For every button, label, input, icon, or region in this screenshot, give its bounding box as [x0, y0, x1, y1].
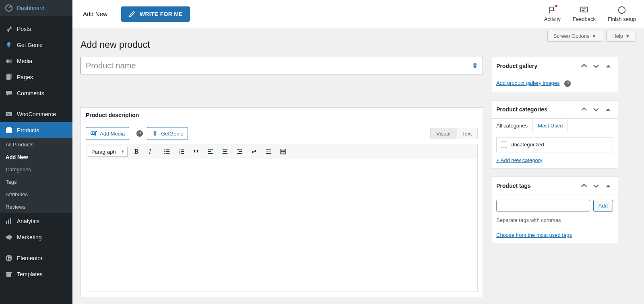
sidebar-item-pages[interactable]: Pages [0, 69, 72, 85]
submenu-tags[interactable]: Tags [0, 176, 72, 188]
help-icon[interactable]: ? [136, 130, 143, 137]
toggle-toolbar-button[interactable] [277, 146, 289, 157]
main-area: Add New WRITE FOR ME Activity Feedback [72, 0, 644, 304]
svg-point-23 [154, 131, 157, 134]
svg-rect-4 [8, 74, 12, 79]
svg-rect-33 [181, 151, 184, 152]
product-categories-box: Product categories All categories Most U… [491, 100, 618, 168]
move-up-icon[interactable] [579, 181, 589, 191]
genie-title-icon[interactable] [471, 62, 479, 70]
write-for-me-button[interactable]: WRITE FOR ME [121, 6, 190, 22]
top-action-label: Activity [544, 16, 561, 22]
move-down-icon[interactable] [591, 61, 601, 71]
italic-button[interactable]: I [146, 146, 159, 157]
submenu-add-new[interactable]: Add New [0, 151, 72, 163]
move-down-icon[interactable] [591, 105, 601, 114]
svg-point-24 [164, 149, 165, 150]
insert-more-button[interactable] [262, 146, 275, 157]
sidebar-item-getgenie[interactable]: Get Genie [0, 37, 72, 53]
products-submenu: All Products Add New Categories Tags Att… [0, 138, 72, 213]
sidebar-item-label: Comments [17, 90, 44, 97]
move-down-icon[interactable] [591, 181, 601, 191]
notification-dot [555, 5, 557, 7]
editor-tab-visual[interactable]: Visual [430, 128, 456, 139]
svg-rect-18 [581, 7, 588, 12]
svg-point-19 [619, 7, 625, 14]
svg-rect-36 [208, 150, 213, 150]
svg-rect-53 [283, 151, 285, 152]
add-gallery-images-link[interactable]: Add product gallery images [496, 80, 560, 86]
sidebar-item-products[interactable]: Products [0, 122, 72, 138]
main-column: Product description Add Media ? GetGenie [80, 57, 483, 297]
choose-most-used-tags-link[interactable]: Choose from the most used tags [496, 232, 572, 238]
numbered-list-button[interactable]: 123 [175, 146, 188, 157]
sidebar-item-label: Elementor [17, 255, 43, 261]
sidebar-item-analytics[interactable]: Analytics [0, 213, 72, 229]
svg-rect-54 [281, 153, 283, 154]
sidebar-item-dashboard[interactable]: Dashboard [0, 0, 72, 16]
svg-rect-47 [266, 151, 271, 152]
svg-rect-43 [239, 151, 242, 152]
svg-rect-41 [222, 153, 227, 154]
add-new-category-link[interactable]: + Add new category [496, 157, 543, 163]
bulleted-list-button[interactable] [161, 146, 173, 157]
blockquote-button[interactable] [190, 146, 202, 157]
finish-setup-button[interactable]: Finish setup [608, 6, 636, 22]
svg-text:3: 3 [179, 152, 180, 154]
sidebar-item-label: Media [17, 58, 32, 64]
sidebar-item-templates[interactable]: Templates [0, 266, 72, 282]
checkbox[interactable] [501, 142, 507, 148]
help-button[interactable]: Help▼ [606, 31, 636, 42]
feedback-button[interactable]: Feedback [573, 6, 596, 22]
sidebar-item-marketing[interactable]: Marketing [0, 229, 72, 245]
elementor-icon [5, 254, 13, 262]
editor-content-area[interactable] [86, 159, 478, 292]
category-item[interactable]: Uncategorized [501, 142, 609, 148]
svg-rect-35 [181, 153, 184, 154]
svg-rect-52 [281, 151, 283, 152]
bold-button[interactable]: B [132, 146, 144, 157]
submenu-categories[interactable]: Categories [0, 163, 72, 176]
product-name-wrap [80, 57, 483, 74]
top-action-label: Feedback [573, 16, 596, 22]
sidebar-item-posts[interactable]: Posts [0, 21, 72, 37]
add-media-button[interactable]: Add Media [86, 127, 129, 140]
sidebar-item-woocommerce[interactable]: W WooCommerce [0, 106, 72, 122]
sidebar-item-label: Dashboard [17, 5, 45, 11]
add-tag-button[interactable]: Add [593, 200, 613, 212]
paragraph-format-select[interactable]: Paragraph [88, 147, 128, 157]
dashboard-icon [5, 4, 13, 12]
svg-rect-27 [166, 151, 169, 152]
getgenie-button[interactable]: GetGenie [147, 127, 188, 140]
tab-most-used[interactable]: Most Used [533, 119, 568, 133]
align-center-button[interactable] [219, 146, 231, 157]
tab-all-categories[interactable]: All categories [491, 119, 533, 133]
submenu-attributes[interactable]: Attributes [0, 188, 72, 201]
product-name-input[interactable] [80, 57, 483, 74]
align-left-button[interactable] [204, 146, 217, 157]
move-up-icon[interactable] [579, 105, 589, 114]
editor-mode-tabs: Visual Text [430, 128, 478, 139]
toggle-icon[interactable] [603, 181, 613, 191]
svg-rect-25 [166, 150, 169, 150]
editor-tab-text[interactable]: Text [456, 128, 478, 139]
toggle-icon[interactable] [603, 61, 613, 71]
activity-button[interactable]: Activity [544, 6, 561, 22]
svg-rect-48 [266, 153, 271, 154]
move-up-icon[interactable] [579, 61, 589, 71]
screen-options-button[interactable]: Screen Options▼ [547, 31, 603, 42]
submenu-all-products[interactable]: All Products [0, 138, 72, 151]
top-bar: Add New WRITE FOR ME Activity Feedback [72, 0, 644, 28]
sidebar-item-comments[interactable]: Comments [0, 85, 72, 101]
toggle-icon[interactable] [603, 105, 613, 114]
align-right-button[interactable] [233, 146, 246, 157]
submenu-reviews[interactable]: Reviews [0, 201, 72, 213]
sidebar-item-media[interactable]: Media [0, 53, 72, 69]
tag-input[interactable] [496, 200, 590, 212]
editor-media-row: Add Media ? GetGenie Visual Text [81, 122, 483, 140]
help-icon[interactable]: ? [564, 80, 571, 87]
insert-link-button[interactable] [248, 146, 260, 157]
svg-text:W: W [7, 113, 10, 116]
sidebar-item-elementor[interactable]: Elementor [0, 250, 72, 266]
svg-rect-14 [7, 257, 8, 260]
